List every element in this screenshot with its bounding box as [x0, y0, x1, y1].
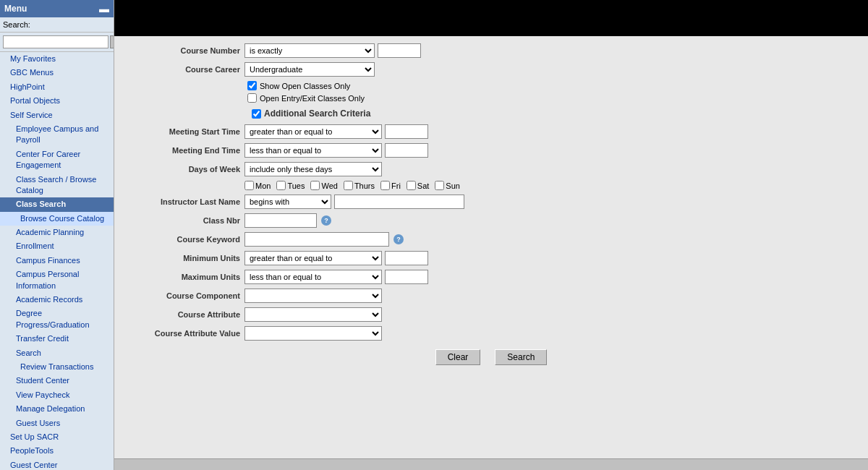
sidebar-item-portal-objects[interactable]: Portal Objects — [0, 94, 114, 108]
sidebar-item-gbc-menus[interactable]: GBC Menus — [0, 66, 114, 80]
course-career-dropdown[interactable]: Undergraduate Graduate Professional — [244, 62, 375, 77]
sidebar-item-review-transactions[interactable]: Review Transactions — [0, 360, 114, 374]
course-attribute-value-label: Course Attribute Value — [129, 329, 244, 338]
maximum-units-input[interactable] — [385, 270, 428, 284]
open-entry-row: Open Entry/Exit Classes Only — [129, 93, 854, 103]
course-keyword-input[interactable] — [244, 232, 389, 247]
additional-criteria-label: Additional Search Criteria — [264, 108, 370, 119]
sidebar-item-academic-planning[interactable]: Academic Planning — [0, 226, 114, 239]
day-mon-checkbox[interactable] — [244, 181, 254, 190]
show-open-classes-checkbox[interactable] — [247, 81, 257, 90]
sidebar-item-transfer-credit[interactable]: Transfer Credit — [0, 332, 114, 346]
additional-criteria-checkbox[interactable] — [252, 109, 261, 119]
sidebar-item-manage-delegation[interactable]: Manage Delegation — [0, 402, 114, 416]
course-number-input[interactable] — [378, 43, 421, 58]
sidebar-item-guest-center[interactable]: Guest Center — [0, 458, 114, 470]
sidebar-item-browse-course-catalog[interactable]: Browse Course Catalog — [0, 212, 114, 226]
course-component-label: Course Component — [129, 291, 244, 300]
days-of-week-control: include only these days exclude these da… — [244, 162, 382, 176]
days-of-week-row: Days of Week include only these days exc… — [129, 162, 854, 176]
sidebar-item-career-engagement[interactable]: Center For Career Engagement — [0, 148, 114, 173]
day-sun: Sun — [435, 181, 460, 190]
sidebar-search-input-row: ▶ — [0, 33, 114, 52]
minimum-units-dropdown[interactable]: greater than or equal to less than or eq… — [244, 251, 382, 265]
maximum-units-dropdown[interactable]: less than or equal to greater than or eq… — [244, 270, 382, 284]
instructor-last-name-dropdown[interactable]: begins with is exactly contains — [244, 195, 331, 209]
day-thurs: Thurs — [344, 181, 375, 190]
sidebar-item-view-paycheck[interactable]: View Paycheck — [0, 388, 114, 402]
sidebar-item-class-search[interactable]: Class Search — [0, 197, 114, 211]
sidebar-item-my-favorites[interactable]: My Favorites — [0, 52, 114, 66]
day-fri-checkbox[interactable] — [380, 181, 390, 190]
days-checkboxes: Mon Tues Wed Thurs — [244, 181, 460, 190]
course-component-dropdown[interactable] — [244, 289, 382, 303]
course-attribute-value-dropdown[interactable] — [244, 326, 382, 341]
class-nbr-row: Class Nbr ? — [129, 213, 854, 228]
main-content: Course Number is exactly begins with con… — [114, 0, 868, 470]
sidebar-item-employee-campus[interactable]: Employee Campus and Payroll — [0, 122, 114, 148]
course-keyword-info-icon[interactable]: ? — [393, 234, 404, 244]
course-career-label: Course Career — [129, 65, 244, 74]
day-sat: Sat — [407, 181, 430, 190]
days-checkboxes-row: Mon Tues Wed Thurs — [129, 181, 854, 190]
course-attribute-value-control — [244, 326, 382, 341]
meeting-start-time-label: Meeting Start Time — [129, 127, 244, 136]
sidebar-search-input[interactable] — [3, 35, 109, 48]
day-thurs-checkbox[interactable] — [344, 181, 353, 190]
sidebar-item-self-service[interactable]: Self Service — [0, 108, 114, 122]
course-attribute-label: Course Attribute — [129, 310, 244, 319]
class-nbr-info-icon[interactable]: ? — [321, 215, 331, 226]
sidebar-item-enrollment[interactable]: Enrollment — [0, 239, 114, 253]
day-wed-label: Wed — [321, 181, 337, 190]
buttons-row: Clear Search — [129, 349, 854, 365]
course-component-row: Course Component — [129, 289, 854, 303]
sidebar-collapse-icon[interactable]: ▬ — [99, 3, 109, 14]
course-career-row: Course Career Undergraduate Graduate Pro… — [129, 62, 854, 77]
day-wed-checkbox[interactable] — [310, 181, 320, 190]
course-career-control: Undergraduate Graduate Professional — [244, 62, 375, 77]
day-sun-checkbox[interactable] — [435, 181, 444, 190]
sidebar-header: Menu ▬ — [0, 0, 114, 17]
minimum-units-input[interactable] — [385, 251, 428, 265]
sidebar-item-campus-personal[interactable]: Campus Personal Information — [0, 268, 114, 293]
course-number-label: Course Number — [129, 46, 244, 55]
sidebar-item-academic-records[interactable]: Academic Records — [0, 293, 114, 307]
sidebar-item-campus-finances[interactable]: Campus Finances — [0, 254, 114, 268]
day-tues-checkbox[interactable] — [276, 181, 286, 190]
days-of-week-dropdown[interactable]: include only these days exclude these da… — [244, 162, 382, 176]
top-black-bar — [114, 0, 868, 36]
minimum-units-label: Minimum Units — [129, 254, 244, 262]
meeting-start-time-dropdown[interactable]: greater than or equal to less than or eq… — [244, 124, 382, 139]
sidebar-item-student-center[interactable]: Student Center — [0, 374, 114, 388]
open-entry-checkbox[interactable] — [247, 93, 257, 103]
sidebar-item-search[interactable]: Search — [0, 346, 114, 360]
instructor-last-name-input[interactable] — [334, 195, 464, 209]
search-button[interactable]: Search — [495, 349, 547, 365]
sidebar-item-class-search-browse[interactable]: Class Search / Browse Catalog — [0, 173, 114, 198]
clear-button[interactable]: Clear — [435, 349, 481, 365]
sidebar-item-guest-users-sub[interactable]: Guest Users — [0, 416, 114, 430]
meeting-start-time-input[interactable] — [385, 124, 428, 139]
day-sat-checkbox[interactable] — [407, 181, 416, 190]
meeting-end-time-input[interactable] — [385, 143, 428, 158]
class-nbr-input[interactable] — [244, 213, 317, 228]
sidebar-item-degree-progress[interactable]: Degree Progress/Graduation — [0, 307, 114, 332]
meeting-end-time-label: Meeting End Time — [129, 146, 244, 155]
meeting-end-time-dropdown[interactable]: less than or equal to greater than or eq… — [244, 143, 382, 158]
course-number-dropdown[interactable]: is exactly begins with contains ends wit… — [244, 43, 375, 58]
course-keyword-control: ? — [244, 232, 404, 247]
sidebar-item-highpoint[interactable]: HighPoint — [0, 80, 114, 94]
class-nbr-label: Class Nbr — [129, 216, 244, 225]
day-tues-label: Tues — [287, 181, 305, 190]
course-attribute-dropdown[interactable] — [244, 307, 382, 322]
day-mon-label: Mon — [255, 181, 271, 190]
course-attribute-control — [244, 307, 382, 322]
class-nbr-control: ? — [244, 213, 331, 228]
sidebar-title: Menu — [4, 4, 27, 14]
day-fri: Fri — [380, 181, 401, 190]
content-area: Course Number is exactly begins with con… — [114, 36, 868, 458]
sidebar-item-peopletools[interactable]: PeopleTools — [0, 444, 114, 458]
sidebar-item-set-up-sacr[interactable]: Set Up SACR — [0, 430, 114, 444]
course-component-control — [244, 289, 382, 303]
show-open-classes-row: Show Open Classes Only — [129, 81, 854, 90]
